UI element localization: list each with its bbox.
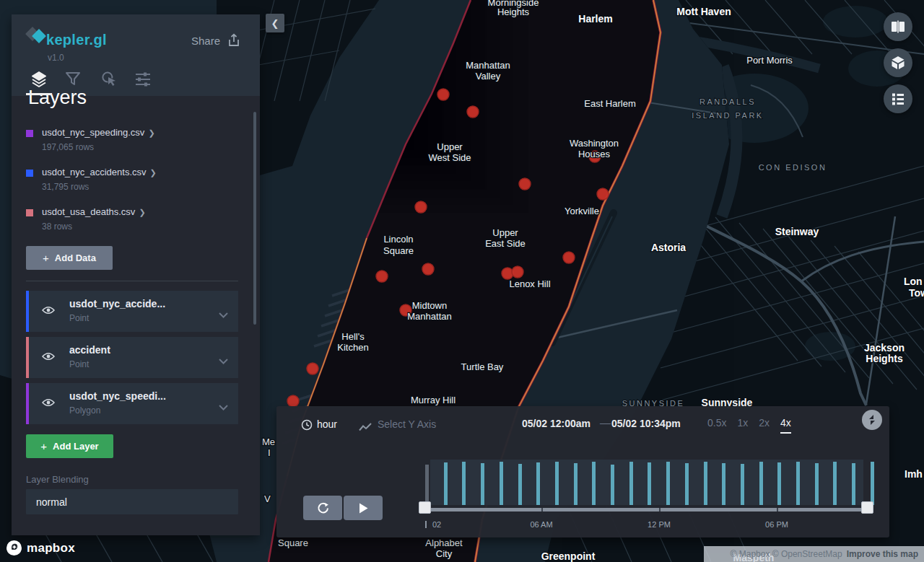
map-label: Lincoln	[383, 234, 413, 245]
map-label: Harlem	[578, 13, 612, 25]
minimize-panel-button[interactable]	[862, 410, 882, 430]
dataset-title[interactable]: usdot_nyc_speeding.csv❯	[42, 127, 155, 138]
layer-panel-accidents[interactable]: usdot_nyc_accide... Point	[26, 291, 238, 332]
accident-dot[interactable]	[512, 266, 523, 278]
active-tab-underline	[26, 93, 52, 95]
divider	[26, 281, 238, 281]
accident-dot[interactable]	[437, 89, 449, 100]
map-label: Upper	[437, 141, 463, 152]
dataset-color-swatch	[26, 170, 33, 177]
map-label: Square	[383, 245, 414, 256]
tab-interactions[interactable]	[101, 71, 121, 89]
page-title: Layers	[28, 87, 87, 109]
tab-base-map[interactable]	[134, 71, 154, 89]
chevron-down-icon[interactable]	[219, 308, 228, 321]
range-start-time: 05/02 12:00am	[489, 418, 590, 429]
accident-dot[interactable]	[287, 395, 299, 407]
layer-panel-accident[interactable]: accident Point	[26, 337, 238, 378]
time-slider-track[interactable]	[424, 508, 873, 511]
layer-blending-label: Layer Blending	[26, 474, 89, 485]
add-layer-button[interactable]: + Add Layer	[26, 434, 113, 458]
layer-type: Point	[69, 313, 89, 323]
time-axis-tick: 02	[432, 520, 441, 529]
accident-dot[interactable]	[415, 201, 427, 213]
accident-dot[interactable]	[563, 252, 575, 263]
share-button[interactable]: Share	[191, 35, 220, 47]
reset-playback-button[interactable]	[303, 496, 342, 520]
accident-dot[interactable]	[519, 178, 531, 190]
map-label: Kitchen	[337, 342, 368, 353]
sidebar-scrollbar[interactable]	[253, 112, 256, 325]
speed-0.5x[interactable]: 0.5x	[707, 417, 726, 434]
time-axis-tick: 06 PM	[765, 520, 788, 529]
time-slider-handle-right[interactable]	[861, 501, 873, 514]
app-title: kepler.gl	[46, 32, 107, 48]
chevron-down-icon[interactable]	[219, 400, 228, 413]
layer-type: Point	[69, 359, 89, 369]
map-label: I	[268, 447, 271, 458]
3d-view-button[interactable]	[884, 48, 912, 77]
split-map-button[interactable]	[884, 12, 912, 41]
mapbox-wordmark: mapbox	[27, 541, 75, 556]
map-label: Jackson	[864, 342, 905, 354]
dataset-color-swatch	[26, 130, 33, 137]
eye-icon[interactable]	[42, 351, 55, 364]
layer-title: usdot_nyc_speedi...	[69, 390, 166, 402]
plus-icon: +	[43, 252, 49, 264]
mapbox-logo[interactable]: mapbox	[6, 540, 75, 556]
axis-tick-mark	[425, 521, 427, 528]
eye-icon[interactable]	[42, 305, 55, 318]
line-chart-icon	[359, 421, 372, 434]
map-label: Alphabet	[425, 537, 463, 548]
map-label: Heights	[497, 6, 530, 17]
map-label: Washington	[570, 138, 619, 149]
dataset-color-swatch	[26, 209, 33, 216]
map-label: Upper	[492, 227, 518, 238]
map-label: Murray Hill	[411, 395, 456, 405]
speed-4x[interactable]: 4x	[780, 417, 791, 434]
map-label: Houses	[578, 149, 611, 159]
map-label: Lenox Hill	[509, 278, 550, 289]
map-label: Me	[262, 436, 275, 447]
collapse-sidebar-button[interactable]: ❮	[266, 14, 284, 32]
eye-icon[interactable]	[42, 398, 55, 410]
add-data-button[interactable]: + Add Data	[26, 246, 113, 270]
time-axis-tick: 12 PM	[648, 520, 671, 529]
time-slider-handle-left[interactable]	[419, 501, 431, 514]
map-label: Manhattan	[466, 60, 510, 71]
select-y-axis[interactable]: Select Y Axis	[378, 418, 436, 430]
layer-blending-select[interactable]: normal	[26, 489, 238, 514]
accident-dot[interactable]	[597, 188, 609, 200]
map-label: East Harlem	[584, 98, 636, 109]
app-version: v1.0	[48, 53, 64, 63]
map-label: Steinway	[775, 226, 819, 237]
play-button[interactable]	[344, 496, 383, 520]
improve-map-link[interactable]: Improve this map	[847, 549, 918, 559]
dataset-title[interactable]: usdot_usa_deaths.csv❯	[42, 206, 146, 217]
legend-button[interactable]	[884, 84, 912, 113]
map-label: Astoria	[651, 242, 686, 253]
accident-dot[interactable]	[467, 106, 479, 118]
map-label: West Side	[428, 152, 471, 163]
layer-panel-speeding[interactable]: usdot_nyc_speedi... Polygon	[26, 383, 238, 424]
share-export-icon[interactable]	[227, 33, 241, 51]
speed-2x[interactable]: 2x	[759, 417, 770, 434]
layer-color-bar	[26, 383, 29, 424]
accident-dot[interactable]	[307, 363, 318, 374]
time-filter-panel: hour Select Y Axis 05/02 12:00am — 05/02…	[276, 406, 889, 537]
map-label: Heights	[866, 353, 903, 364]
speed-1x[interactable]: 1x	[737, 417, 748, 434]
layer-color-bar	[26, 291, 29, 332]
dataset-title[interactable]: usdot_nyc_accidents.csv❯	[42, 167, 157, 177]
map-label: Manhattan	[407, 311, 451, 322]
map-label: Tow	[909, 287, 924, 299]
chevron-right-icon: ❯	[148, 128, 154, 137]
side-panel-header: kepler.gl v1.0 Share	[12, 14, 260, 96]
range-end-time: 05/02 10:34pm	[611, 418, 681, 429]
range-dash: —	[600, 416, 611, 429]
map-label: Hell's	[341, 331, 365, 342]
accident-dot[interactable]	[422, 263, 434, 275]
accident-dot[interactable]	[376, 271, 388, 282]
time-interval-selector[interactable]: hour	[317, 418, 337, 430]
chevron-down-icon[interactable]	[219, 354, 228, 367]
